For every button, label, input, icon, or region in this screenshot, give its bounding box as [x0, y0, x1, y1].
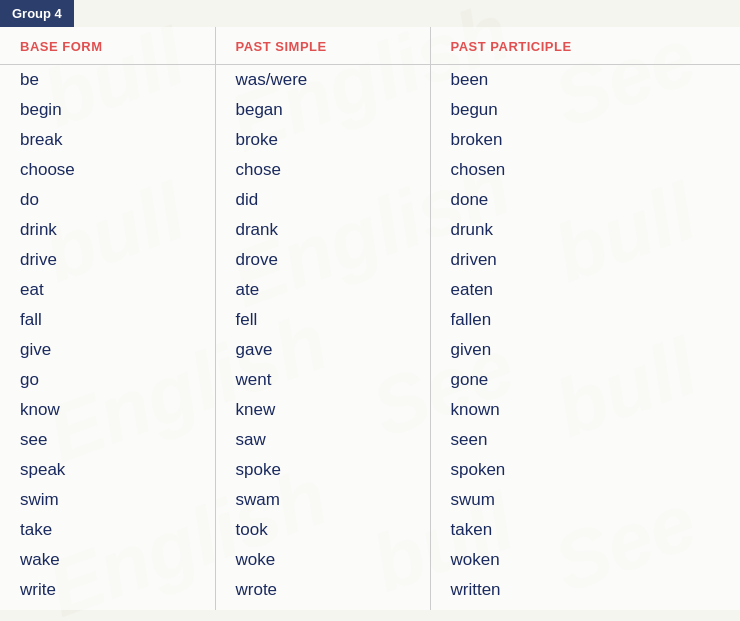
- cell-base-form: choose: [0, 155, 215, 185]
- cell-past-participle: spoken: [430, 455, 740, 485]
- table-row: choosechosechosen: [0, 155, 740, 185]
- cell-past-simple: fell: [215, 305, 430, 335]
- cell-past-participle: known: [430, 395, 740, 425]
- table-wrapper: BASE FORM PAST SIMPLE PAST PARTICIPLE be…: [0, 27, 740, 610]
- cell-past-simple: woke: [215, 545, 430, 575]
- cell-past-simple: went: [215, 365, 430, 395]
- cell-past-participle: written: [430, 575, 740, 610]
- cell-base-form: wake: [0, 545, 215, 575]
- cell-past-participle: woken: [430, 545, 740, 575]
- cell-base-form: go: [0, 365, 215, 395]
- irregular-verbs-table: BASE FORM PAST SIMPLE PAST PARTICIPLE be…: [0, 27, 740, 610]
- cell-past-simple: drove: [215, 245, 430, 275]
- cell-past-simple: chose: [215, 155, 430, 185]
- cell-base-form: speak: [0, 455, 215, 485]
- cell-past-participle: drunk: [430, 215, 740, 245]
- main-container: Group 4 BASE FORM PAST SIMPLE PAST PARTI…: [0, 0, 740, 610]
- cell-base-form: drink: [0, 215, 215, 245]
- table-row: bewas/werebeen: [0, 65, 740, 96]
- cell-past-participle: given: [430, 335, 740, 365]
- cell-past-participle: broken: [430, 125, 740, 155]
- cell-past-simple: took: [215, 515, 430, 545]
- cell-past-participle: eaten: [430, 275, 740, 305]
- cell-base-form: see: [0, 425, 215, 455]
- cell-past-simple: wrote: [215, 575, 430, 610]
- col-past-participle: PAST PARTICIPLE: [430, 27, 740, 65]
- cell-past-simple: was/were: [215, 65, 430, 96]
- cell-base-form: eat: [0, 275, 215, 305]
- table-row: swimswamswum: [0, 485, 740, 515]
- table-row: taketooktaken: [0, 515, 740, 545]
- cell-past-participle: chosen: [430, 155, 740, 185]
- cell-past-participle: begun: [430, 95, 740, 125]
- table-row: speakspokespoken: [0, 455, 740, 485]
- table-header-row: BASE FORM PAST SIMPLE PAST PARTICIPLE: [0, 27, 740, 65]
- cell-past-participle: fallen: [430, 305, 740, 335]
- cell-past-simple: saw: [215, 425, 430, 455]
- table-row: dodiddone: [0, 185, 740, 215]
- cell-base-form: write: [0, 575, 215, 610]
- table-row: givegavegiven: [0, 335, 740, 365]
- table-row: wakewokewoken: [0, 545, 740, 575]
- cell-base-form: begin: [0, 95, 215, 125]
- cell-base-form: know: [0, 395, 215, 425]
- table-row: beginbeganbegun: [0, 95, 740, 125]
- cell-base-form: give: [0, 335, 215, 365]
- cell-past-simple: ate: [215, 275, 430, 305]
- cell-past-participle: taken: [430, 515, 740, 545]
- table-row: fallfellfallen: [0, 305, 740, 335]
- cell-base-form: do: [0, 185, 215, 215]
- cell-base-form: swim: [0, 485, 215, 515]
- col-base-form: BASE FORM: [0, 27, 215, 65]
- table-row: breakbrokebroken: [0, 125, 740, 155]
- col-past-simple: PAST SIMPLE: [215, 27, 430, 65]
- cell-past-simple: knew: [215, 395, 430, 425]
- cell-base-form: be: [0, 65, 215, 96]
- cell-past-participle: seen: [430, 425, 740, 455]
- table-row: writewrotewritten: [0, 575, 740, 610]
- cell-past-participle: swum: [430, 485, 740, 515]
- cell-base-form: take: [0, 515, 215, 545]
- table-row: drinkdrankdrunk: [0, 215, 740, 245]
- cell-past-participle: driven: [430, 245, 740, 275]
- cell-past-participle: gone: [430, 365, 740, 395]
- cell-past-simple: gave: [215, 335, 430, 365]
- cell-past-simple: spoke: [215, 455, 430, 485]
- cell-past-simple: began: [215, 95, 430, 125]
- table-body: bewas/werebeenbeginbeganbegunbreakbrokeb…: [0, 65, 740, 611]
- cell-base-form: fall: [0, 305, 215, 335]
- cell-past-simple: broke: [215, 125, 430, 155]
- table-row: drivedrovedriven: [0, 245, 740, 275]
- table-row: seesawseen: [0, 425, 740, 455]
- cell-past-participle: been: [430, 65, 740, 96]
- table-row: knowknewknown: [0, 395, 740, 425]
- cell-base-form: drive: [0, 245, 215, 275]
- table-row: gowentgone: [0, 365, 740, 395]
- cell-past-simple: swam: [215, 485, 430, 515]
- group-header: Group 4: [0, 0, 74, 27]
- cell-past-simple: drank: [215, 215, 430, 245]
- cell-past-simple: did: [215, 185, 430, 215]
- table-row: eatateeaten: [0, 275, 740, 305]
- cell-past-participle: done: [430, 185, 740, 215]
- cell-base-form: break: [0, 125, 215, 155]
